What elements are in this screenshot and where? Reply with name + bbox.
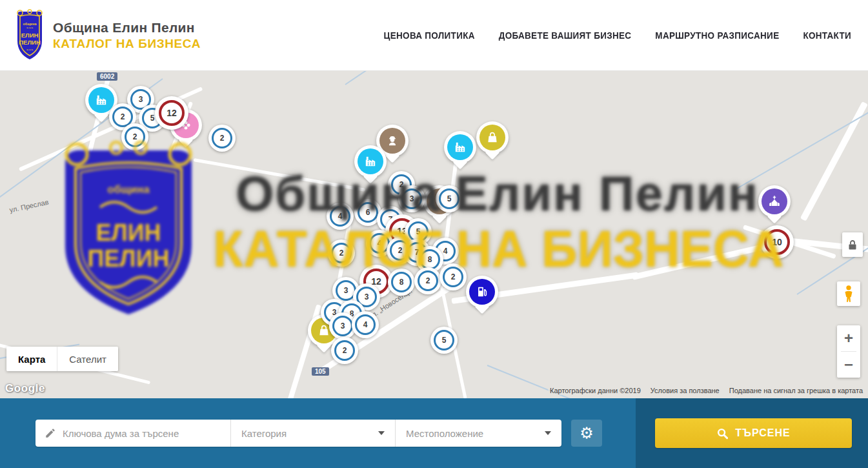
svg-text:ПЕЛИН: ПЕЛИН <box>19 39 41 46</box>
svg-text:ЕЛИН: ЕЛИН <box>21 32 39 39</box>
cluster-count: 3 <box>401 188 422 209</box>
lock-button[interactable] <box>842 232 863 257</box>
nav-contacts[interactable]: КОНТАКТИ <box>803 30 851 41</box>
terms-link[interactable]: Условия за ползване <box>651 387 720 394</box>
map-pin-bag[interactable] <box>476 121 509 154</box>
zoom-control: + − <box>837 325 860 378</box>
cluster-count: 2 <box>334 340 355 361</box>
factory-icon <box>358 148 383 174</box>
cluster-marker[interactable]: 8 <box>388 269 415 296</box>
header: община ⌁⌁⌁ ЕЛИН ПЕЛИН ⌁⌁⌁ Община Елин Пе… <box>0 0 868 71</box>
chevron-down-icon <box>378 431 385 435</box>
map-type-control: Карта Сателит <box>6 347 118 371</box>
cluster-marker[interactable]: 2 <box>208 125 236 152</box>
nav-route-schedule[interactable]: МАРШРУТНО РАЗПИСАНИЕ <box>655 30 779 41</box>
search-fields-group: Категория Местоположение <box>35 420 561 447</box>
keyword-field[interactable] <box>35 420 230 447</box>
cluster-marker[interactable]: 12 <box>155 96 188 130</box>
map-type-satellite-button[interactable]: Сателит <box>57 347 118 371</box>
map-data-copyright: Картографски данни ©2019 <box>550 387 641 394</box>
cluster-marker[interactable]: 2 <box>331 337 358 364</box>
road-label: 105 <box>312 367 329 376</box>
cluster-marker[interactable]: 2 <box>121 123 148 150</box>
municipality-emblem-icon: община ⌁⌁⌁ ЕЛИН ПЕЛИН ⌁⌁⌁ <box>14 8 45 63</box>
search-button-label: ТЪРСЕНЕ <box>735 427 790 439</box>
church-icon <box>762 188 787 214</box>
location-select-label: Местоположение <box>406 428 483 439</box>
map-pin-fuel[interactable] <box>466 276 498 308</box>
report-error-link[interactable]: Подаване на сигнал за грешка в картата <box>729 387 863 394</box>
zoom-out-button[interactable]: − <box>837 352 860 378</box>
cluster-count: 10 <box>764 229 790 255</box>
cluster-count: 3 <box>332 316 353 336</box>
cluster-count: 8 <box>391 272 412 292</box>
chevron-down-icon <box>545 431 551 435</box>
pegman-icon <box>842 284 856 303</box>
cluster-marker[interactable]: 5 <box>430 327 458 354</box>
pencil-icon <box>45 427 56 439</box>
lock-icon <box>848 239 857 250</box>
nav-add-business[interactable]: ДОБАВЕТЕ ВАШИЯТ БИЗНЕС <box>499 30 632 41</box>
stream-line <box>732 103 868 192</box>
cluster-count: 8 <box>419 249 440 270</box>
watermark-title: Община Елин Пелин <box>205 165 789 221</box>
factory-icon <box>88 87 114 113</box>
cluster-count: 5 <box>434 330 454 351</box>
site-title: Община Елин Пелин <box>53 20 201 36</box>
map-pin-factory[interactable] <box>444 131 476 163</box>
cluster-count: 2 <box>331 243 352 263</box>
cluster-marker[interactable]: 2 <box>414 267 441 294</box>
map-attribution: Картографски данни ©2019 Условия за полз… <box>548 386 865 395</box>
cluster-count: 2 <box>443 267 463 287</box>
svg-text:ЕЛИН: ЕЛИН <box>96 219 161 246</box>
cluster-count: 2 <box>125 127 145 147</box>
map-pin-factory[interactable] <box>354 145 387 178</box>
factory-icon <box>447 134 473 160</box>
search-button[interactable]: ТЪРСЕНЕ <box>655 418 852 448</box>
google-logo[interactable]: Google <box>5 382 45 395</box>
cluster-count: 2 <box>212 128 232 148</box>
zoom-in-button[interactable]: + <box>837 325 860 351</box>
cluster-marker[interactable]: 10 <box>760 225 794 259</box>
cluster-marker[interactable]: 2 <box>328 239 355 267</box>
advanced-settings-button[interactable]: ⚙ <box>571 420 602 447</box>
category-select[interactable]: Категория <box>230 420 395 447</box>
watermark-subtitle: КАТАЛОГ НА БИЗНЕСА <box>213 219 781 279</box>
cluster-marker[interactable]: 4 <box>352 311 379 338</box>
site-logo[interactable]: община ⌁⌁⌁ ЕЛИН ПЕЛИН ⌁⌁⌁ Община Елин Пе… <box>14 8 201 63</box>
svg-text:ПЕЛИН: ПЕЛИН <box>87 245 169 272</box>
map-pin-church[interactable] <box>758 185 791 218</box>
road-line <box>194 158 366 192</box>
cluster-count: 5 <box>439 188 459 209</box>
site-subtitle: КАТАЛОГ НА БИЗНЕСА <box>53 37 201 51</box>
worker-icon <box>379 128 405 154</box>
bag-icon <box>479 125 505 150</box>
cluster-count: 4 <box>330 206 350 227</box>
cluster-count: 2 <box>418 270 438 291</box>
keyword-input[interactable] <box>63 428 217 439</box>
stream-line <box>345 71 415 85</box>
page: община ⌁⌁⌁ ЕЛИН ПЕЛИН ⌁⌁⌁ Община Елин Пе… <box>0 0 868 468</box>
cluster-marker[interactable]: 2 <box>439 263 467 290</box>
fuel-icon <box>469 279 495 305</box>
map-type-map-button[interactable]: Карта <box>6 347 57 371</box>
svg-text:⌁⌁⌁: ⌁⌁⌁ <box>26 26 34 30</box>
cluster-count: 6 <box>358 202 378 223</box>
location-select[interactable]: Местоположение <box>395 420 561 447</box>
search-icon <box>716 427 729 440</box>
watermark-emblem: община ЕЛИН ПЕЛИН <box>55 137 202 323</box>
cluster-marker[interactable]: 5 <box>436 185 463 212</box>
nav-pricing-policy[interactable]: ЦЕНОВА ПОЛИТИКА <box>384 30 475 41</box>
map-canvas[interactable]: 6002105ул. Преславбул. „Новоселци“ 32512… <box>0 71 868 398</box>
svg-text:община: община <box>107 183 150 196</box>
svg-text:⌁⌁⌁: ⌁⌁⌁ <box>26 48 34 52</box>
road-label: 6002 <box>97 72 117 81</box>
main-nav: ЦЕНОВА ПОЛИТИКА ДОБАВЕТЕ ВАШИЯТ БИЗНЕС М… <box>384 30 851 40</box>
cluster-marker[interactable]: 3 <box>398 185 425 212</box>
category-select-label: Категория <box>241 428 287 439</box>
gear-icon: ⚙ <box>580 424 594 442</box>
road-label: ул. Преслав <box>8 198 49 214</box>
pegman-button[interactable] <box>837 281 860 306</box>
cluster-count: 12 <box>159 100 185 126</box>
cluster-marker[interactable]: 4 <box>327 203 354 230</box>
